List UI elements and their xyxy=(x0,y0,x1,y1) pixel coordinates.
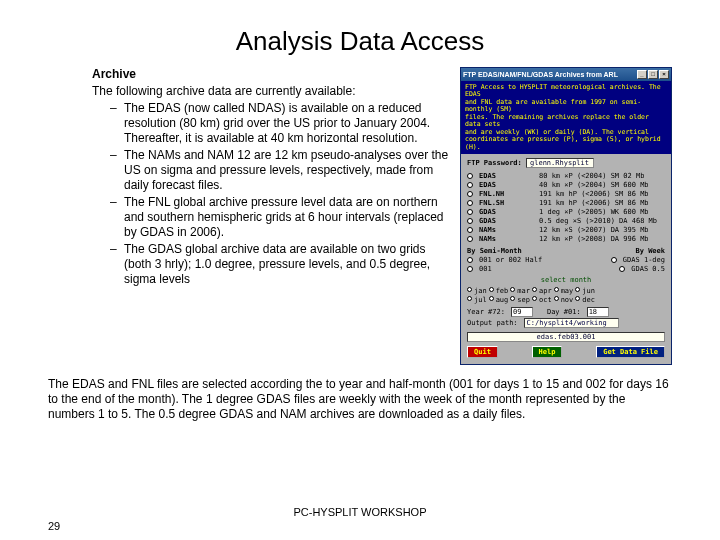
radio-icon[interactable] xyxy=(532,287,537,292)
radio-icon[interactable] xyxy=(554,287,559,292)
password-input[interactable]: glenn.Rhysplit xyxy=(526,158,594,168)
footer-workshop: PC-HYSPLIT WORKSHOP xyxy=(0,506,720,518)
radio-icon[interactable] xyxy=(467,182,473,188)
filename-display: edas.feb03.001 xyxy=(467,332,665,342)
radio-icon[interactable] xyxy=(467,209,473,215)
radio-icon[interactable] xyxy=(467,257,473,263)
section-head: By Semi-Month By Week xyxy=(467,247,665,255)
radio-icon[interactable] xyxy=(467,173,473,179)
by-semimonth-label: By Semi-Month xyxy=(467,247,522,255)
dataset-name: FNL.SH xyxy=(479,199,533,207)
month: mar xyxy=(517,287,530,295)
get-data-button[interactable]: Get Data File xyxy=(596,346,665,358)
archive-text: Archive The following archive data are c… xyxy=(92,67,452,365)
dataset-desc: 191 km hP (<2006) SM 86 Mb xyxy=(539,199,649,207)
output-path-label: Output path: xyxy=(467,319,518,327)
radio-icon[interactable] xyxy=(467,296,472,301)
password-row: FTP Password: glenn.Rhysplit xyxy=(467,158,665,168)
month: jul xyxy=(474,296,487,304)
dataset-name: EDAS xyxy=(479,181,533,189)
dataset-name: FNL.NH xyxy=(479,190,533,198)
radio-icon[interactable] xyxy=(467,200,473,206)
archive-intro: The following archive data are currently… xyxy=(92,84,452,99)
radio-icon[interactable] xyxy=(575,287,580,292)
radio-icon[interactable] xyxy=(489,287,494,292)
radio-icon[interactable] xyxy=(611,257,617,263)
opt-label: GDAS 1-deg xyxy=(623,256,665,264)
month: jan xyxy=(474,287,487,295)
year-input[interactable]: 09 xyxy=(511,307,533,317)
radio-icon[interactable] xyxy=(510,287,515,292)
help-button[interactable]: Help xyxy=(532,346,563,358)
radio-icon[interactable] xyxy=(489,296,494,301)
month: may xyxy=(561,287,574,295)
radio-icon[interactable] xyxy=(467,218,473,224)
opt-label: GDAS 0.5 xyxy=(631,265,665,273)
dataset-desc: 80 km ×P (<2004) SM 02 Mb xyxy=(539,172,644,180)
window-title: FTP EDAS/NAM/FNL/GDAS Archives from ARL xyxy=(463,71,637,78)
terminal-banner: FTP Access to HYSPLIT meteorological arc… xyxy=(461,81,671,154)
dataset-name: EDAS xyxy=(479,172,533,180)
radio-icon[interactable] xyxy=(467,266,473,272)
month: jun xyxy=(582,287,595,295)
archive-list: The EDAS (now called NDAS) is available … xyxy=(92,101,452,287)
button-row: Quit Help Get Data File xyxy=(467,346,665,358)
list-item: The EDAS (now called NDAS) is available … xyxy=(110,101,452,146)
minimize-icon[interactable]: _ xyxy=(637,70,647,79)
month: aug xyxy=(496,296,509,304)
list-item: The FNL global archive pressure level da… xyxy=(110,195,452,240)
dataset-name: NAMs xyxy=(479,226,533,234)
close-icon[interactable]: × xyxy=(659,70,669,79)
dataset-name: GDAS xyxy=(479,208,533,216)
opt-label: 001 or 002 Half xyxy=(479,256,542,264)
dataset-name: NAMs xyxy=(479,235,533,243)
radio-icon[interactable] xyxy=(467,236,473,242)
radio-icon[interactable] xyxy=(532,296,537,301)
month: oct xyxy=(539,296,552,304)
month: dec xyxy=(582,296,595,304)
dataset-desc: 12 km ×S (>2007) DA 395 Mb xyxy=(539,226,649,234)
select-month-label: select month xyxy=(467,276,665,284)
password-label: FTP Password: xyxy=(467,159,522,167)
dataset-desc: 191 km hP (<2006) SM 86 Mb xyxy=(539,190,649,198)
window-titlebar[interactable]: FTP EDAS/NAM/FNL/GDAS Archives from ARL … xyxy=(461,68,671,81)
opt-label: 001 xyxy=(479,265,492,273)
month: nov xyxy=(561,296,574,304)
radio-icon[interactable] xyxy=(510,296,515,301)
year-label: Year #72: xyxy=(467,308,505,316)
month-row: jul aug sep oct nov dec xyxy=(467,296,665,304)
month: apr xyxy=(539,287,552,295)
maximize-icon[interactable]: □ xyxy=(648,70,658,79)
dataset-desc: 40 km ×P (>2004) SM 600 Mb xyxy=(539,181,649,189)
radio-icon[interactable] xyxy=(575,296,580,301)
form-panel: FTP Password: glenn.Rhysplit EDAS80 km ×… xyxy=(461,154,671,364)
list-item: The NAMs and NAM 12 are 12 km pseudo-ana… xyxy=(110,148,452,193)
list-item: The GDAS global archive data are availab… xyxy=(110,242,452,287)
archive-heading: Archive xyxy=(92,67,452,82)
radio-icon[interactable] xyxy=(467,227,473,233)
bottom-paragraph: The EDAS and FNL files are selected acco… xyxy=(0,365,720,422)
dataset-name: GDAS xyxy=(479,217,533,225)
ftp-window: FTP EDAS/NAM/FNL/GDAS Archives from ARL … xyxy=(460,67,672,365)
radio-icon[interactable] xyxy=(619,266,625,272)
quit-button[interactable]: Quit xyxy=(467,346,498,358)
dataset-desc: 0.5 deg ×S (>2010) DA 468 Mb xyxy=(539,217,657,225)
day-input[interactable]: 18 xyxy=(587,307,609,317)
month: feb xyxy=(496,287,509,295)
day-label: Day #01: xyxy=(547,308,581,316)
month: sep xyxy=(517,296,530,304)
by-week-label: By Week xyxy=(635,247,665,255)
radio-icon[interactable] xyxy=(467,191,473,197)
month-row: jan feb mar apr may jun xyxy=(467,287,665,295)
dataset-desc: 12 km ×P (>2008) DA 996 Mb xyxy=(539,235,649,243)
page-number: 29 xyxy=(48,520,60,532)
radio-icon[interactable] xyxy=(554,296,559,301)
dataset-desc: 1 deg ×P (>2005) WK 600 Mb xyxy=(539,208,649,216)
output-path-input[interactable]: C:/hysplit4/working xyxy=(524,318,619,328)
content-row: Archive The following archive data are c… xyxy=(0,67,720,365)
page-title: Analysis Data Access xyxy=(0,26,720,57)
radio-icon[interactable] xyxy=(467,287,472,292)
